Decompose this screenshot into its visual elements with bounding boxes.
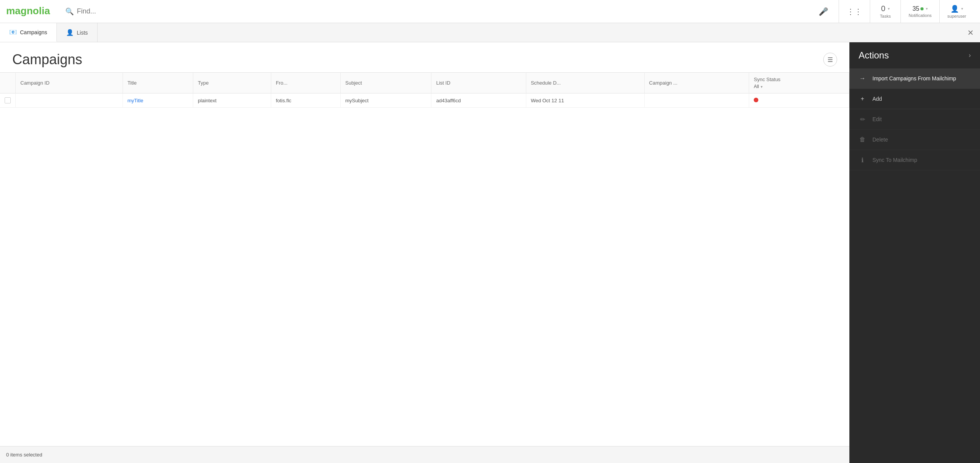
col-from[interactable]: Fro...	[271, 73, 340, 93]
user-label: superuser	[947, 14, 966, 18]
import-label: Import Campaigns From Mailchimp	[872, 75, 956, 82]
user-button[interactable]: 👤 ▾ superuser	[939, 0, 974, 23]
tasks-count: 0	[881, 4, 885, 13]
row-checkbox-cell	[0, 93, 16, 108]
main-content: Campaigns ☰ Campaign ID Title Type Fro..…	[0, 42, 980, 463]
table-header-row: Campaign ID Title Type Fro... Subject Li…	[0, 73, 849, 93]
row-from: fotis.flc	[271, 93, 340, 108]
campaign-area: Campaigns ☰ Campaign ID Title Type Fro..…	[0, 42, 849, 463]
tab-lists[interactable]: 👤 Lists	[57, 23, 98, 42]
add-label: Add	[872, 96, 882, 102]
notifications-button[interactable]: 35 ▾ Notifications	[900, 0, 939, 23]
row-campaign-id	[16, 93, 123, 108]
actions-header: Actions ›	[849, 42, 980, 68]
actions-expand-button[interactable]: ›	[969, 52, 971, 59]
row-checkbox[interactable]	[5, 97, 11, 103]
sync-filter-value: All	[754, 84, 759, 89]
campaigns-tab-icon: 📧	[9, 28, 17, 36]
sync-status-dot	[754, 98, 758, 102]
tasks-button[interactable]: 0 ▾ Tasks	[870, 0, 900, 23]
search-input[interactable]	[77, 7, 799, 15]
lists-tab-label: Lists	[77, 30, 88, 36]
row-list-id: ad43aff6cd	[431, 93, 526, 108]
search-bar: 🔍	[61, 7, 803, 16]
edit-icon: ✏	[859, 115, 866, 123]
page-title: Campaigns	[12, 52, 82, 68]
microphone-icon: 🎤	[819, 7, 828, 16]
col-subject[interactable]: Subject	[340, 73, 431, 93]
sync-icon: ℹ	[859, 156, 866, 164]
sync-status-label: Sync Status	[754, 77, 844, 82]
campaign-table-wrapper: Campaign ID Title Type Fro... Subject Li…	[0, 72, 849, 446]
col-type[interactable]: Type	[193, 73, 271, 93]
menu-icon-button[interactable]: ☰	[823, 53, 837, 67]
campaigns-tab-label: Campaigns	[20, 29, 47, 35]
grid-button[interactable]: ⋮⋮	[839, 0, 870, 23]
col-title[interactable]: Title	[123, 73, 193, 93]
top-bar: magnolia 🔍 🎤 ⋮⋮ 0 ▾ Tasks 35 ▾ Notificat…	[0, 0, 980, 23]
sync-status-filter[interactable]: All ▾	[754, 84, 844, 89]
row-type: plaintext	[193, 93, 271, 108]
col-campaign-id[interactable]: Campaign ID	[16, 73, 123, 93]
svg-text:magnolia: magnolia	[6, 5, 50, 17]
action-sync: ℹ Sync To Mailchimp	[849, 150, 980, 170]
status-bar: 0 items selected	[0, 446, 849, 463]
notifications-dot	[920, 7, 924, 10]
notifications-count: 35	[912, 5, 919, 12]
search-icon: 🔍	[65, 7, 74, 16]
col-sync-status[interactable]: Sync Status All ▾	[749, 73, 849, 93]
close-button[interactable]: ✕	[967, 28, 974, 37]
action-import[interactable]: → Import Campaigns From Mailchimp	[849, 68, 980, 89]
hamburger-icon: ☰	[827, 56, 833, 63]
actions-panel: Actions › → Import Campaigns From Mailch…	[849, 42, 980, 463]
table-row[interactable]: myTitle plaintext fotis.flc mySubject ad…	[0, 93, 849, 108]
campaign-table: Campaign ID Title Type Fro... Subject Li…	[0, 72, 849, 108]
user-icon: 👤	[950, 5, 959, 13]
col-list-id[interactable]: List ID	[431, 73, 526, 93]
campaign-header: Campaigns ☰	[0, 42, 849, 72]
action-delete: 🗑 Delete	[849, 130, 980, 150]
sync-label: Sync To Mailchimp	[872, 157, 917, 163]
tasks-label: Tasks	[880, 14, 891, 18]
tab-bar: 📧 Campaigns 👤 Lists ✕	[0, 23, 980, 42]
sync-status-header: Sync Status All ▾	[754, 77, 844, 89]
microphone-button[interactable]: 🎤	[808, 0, 839, 23]
notifications-dropdown-arrow: ▾	[926, 7, 928, 11]
col-campaign-x[interactable]: Campaign ...	[644, 73, 749, 93]
action-add[interactable]: + Add	[849, 89, 980, 109]
row-schedule-d: Wed Oct 12 11	[526, 93, 644, 108]
lists-tab-icon: 👤	[66, 29, 74, 36]
top-bar-actions: 🎤 ⋮⋮ 0 ▾ Tasks 35 ▾ Notifications 👤 ▾	[808, 0, 974, 23]
tab-campaigns[interactable]: 📧 Campaigns	[0, 23, 57, 42]
actions-title: Actions	[859, 50, 889, 61]
add-icon: +	[859, 95, 866, 103]
row-subject: mySubject	[340, 93, 431, 108]
edit-label: Edit	[872, 116, 882, 122]
notifications-label: Notifications	[909, 13, 932, 18]
import-icon: →	[859, 75, 866, 82]
delete-icon: 🗑	[859, 136, 866, 143]
row-campaign-x	[644, 93, 749, 108]
delete-label: Delete	[872, 137, 888, 143]
row-sync-status	[749, 93, 849, 108]
col-checkbox	[0, 73, 16, 93]
logo: magnolia	[6, 3, 56, 20]
items-selected-label: 0 items selected	[6, 452, 42, 458]
row-title: myTitle	[123, 93, 193, 108]
grid-icon: ⋮⋮	[847, 7, 862, 16]
tasks-dropdown-arrow: ▾	[888, 7, 890, 11]
user-dropdown-arrow: ▾	[961, 7, 963, 11]
action-edit: ✏ Edit	[849, 109, 980, 130]
sync-filter-arrow-icon: ▾	[761, 85, 763, 89]
col-schedule-d[interactable]: Schedule D...	[526, 73, 644, 93]
